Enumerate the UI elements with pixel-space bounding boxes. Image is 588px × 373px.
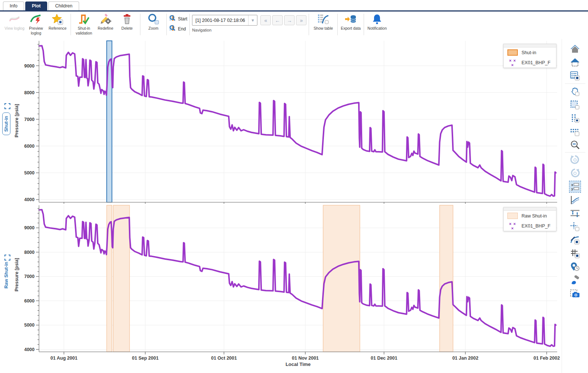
y-axis-title-top: Pressure [psia] [14,104,19,137]
svg-text:5000: 5000 [24,170,35,176]
legend-item-series: × × × EX01_BHP_F [504,221,556,231]
chevron-down-icon[interactable]: ▾ [248,15,257,25]
xy-coordinates-icon[interactable]: xy [569,181,581,192]
view-loglog-icon [9,13,20,26]
svg-text:7000: 7000 [24,117,35,122]
legend-bottom[interactable]: Raw Shut-in × × × EX01_BHP_F [503,207,556,231]
autoscale-home-icon[interactable] [569,57,581,68]
shutin-plot-label[interactable]: Shut-in [2,112,10,135]
preview-loglog-icon [30,13,42,26]
svg-text:01 Nov 2001: 01 Nov 2001 [292,356,319,361]
selected-shutin-value: [1] 2001-08-17 02:18:06 [192,18,248,23]
raw-shutin-plot-label[interactable]: Raw Shut-in [4,262,9,288]
paintbrush-icon[interactable] [569,275,581,286]
vertical-fit-icon[interactable] [569,208,581,219]
show-table-icon [317,13,329,26]
delete-button[interactable]: Delete [116,13,138,31]
svg-text:8000: 8000 [24,90,35,95]
legend-item-shutin: Shut-in [504,48,556,58]
y-range-select-icon[interactable] [569,126,581,137]
reference-icon [52,13,64,26]
home-icon[interactable] [569,43,581,55]
svg-text:x: x [571,183,573,187]
x-range-select-icon[interactable] [569,113,581,124]
zoom-button[interactable]: Zoom [143,13,164,31]
svg-text:01 Sep 2001: 01 Sep 2001 [132,356,159,361]
svg-text:01 Jan 2002: 01 Jan 2002 [452,356,478,361]
tab-strip: Info Plot Children [0,0,588,12]
zoom-start-button[interactable]: Start [169,14,187,23]
pan-icon[interactable] [569,86,581,97]
view-loglog-button[interactable]: View loglog [4,13,25,31]
y-axis-title-bottom: Pressure [psia] [14,258,19,291]
svg-text:6000: 6000 [24,298,35,304]
svg-text:6000: 6000 [24,144,35,149]
tangent-icon[interactable] [569,235,581,246]
svg-text:Local Time: Local Time [286,361,311,367]
snapshot-icon[interactable] [569,288,581,299]
tab-plot[interactable]: Plot [25,1,48,10]
shutin-validation-button[interactable]: Shut-in validation [73,13,95,35]
zoom-end-icon [169,24,176,33]
svg-text:01 Feb 2002: 01 Feb 2002 [533,356,560,361]
preview-loglog-button[interactable]: Preview loglog [25,13,47,35]
tab-info[interactable]: Info [3,1,24,10]
legend-top[interactable]: Shut-in × × × EX01_BHP_F [503,44,556,68]
legend-item-raw-shutin: Raw Shut-in [504,211,556,221]
reference-button[interactable]: Reference [47,13,68,31]
rail-separator [565,152,585,153]
notification-button[interactable]: Notification [366,13,388,31]
zoom-icon [147,13,159,26]
redefine-icon [100,13,111,26]
svg-text:8000: 8000 [24,250,35,255]
pressure-charts[interactable]: 4000500060007000800090004000500060007000… [0,39,562,373]
nav-prev-button[interactable]: ← [272,15,283,25]
raw-shutin-band-swatch [507,213,518,219]
svg-text:01 Oct 2001: 01 Oct 2001 [211,356,237,361]
legend-drag-handle[interactable] [504,207,556,211]
shutin-validation-icon [78,13,90,26]
zoom-end-button[interactable]: End [169,24,187,33]
plot-properties-icon[interactable] [569,70,581,81]
expand-plot-icon[interactable] [4,103,10,111]
redo-zoom-icon[interactable] [569,168,581,179]
legend-item-series: × × × EX01_BHP_F [504,58,556,68]
svg-text:9000: 9000 [24,63,35,69]
rect-zoom-icon[interactable] [569,99,581,111]
tab-children[interactable]: Children [48,1,79,10]
plot-tools-rail: xy [562,39,588,373]
series-marker-glyphs: × × × [507,222,518,230]
plot-workspace: 4000500060007000800090004000500060007000… [0,39,588,373]
zoom-start-icon [169,14,176,23]
redefine-button[interactable]: Redefine [95,13,116,31]
svg-text:4000: 4000 [24,347,35,352]
crosshair-icon[interactable] [569,221,581,232]
notification-icon [371,13,383,26]
navigation-caption: Navigation [192,28,211,32]
nav-first-button[interactable]: « [260,15,271,25]
svg-text:9000: 9000 [24,225,35,230]
svg-text:5000: 5000 [24,323,35,328]
series-marker-glyphs: × × × [507,58,518,67]
svg-text:4000: 4000 [24,197,35,202]
nav-last-button[interactable]: » [296,15,306,25]
svg-text:7000: 7000 [24,274,35,279]
svg-text:01 Aug 2001: 01 Aug 2001 [51,356,78,361]
legend-drag-handle[interactable] [504,44,556,48]
export-data-icon [345,13,357,26]
svg-text:y: y [571,187,573,191]
time-zoom-icon[interactable] [569,261,581,272]
rail-separator [565,84,585,84]
toolbar: View loglog Preview loglog Reference [0,13,588,39]
svg-text:01 Dec 2001: 01 Dec 2001 [371,356,397,361]
normalize-icon[interactable] [569,194,581,206]
show-table-button[interactable]: Show table [311,13,335,31]
zoom-out-icon[interactable] [569,140,581,151]
nav-next-button[interactable]: → [284,15,295,25]
expand-plot-icon[interactable] [4,255,10,262]
shutin-selector-combobox[interactable]: [1] 2001-08-17 02:18:06 ▾ [192,15,257,26]
export-data-button[interactable]: Export data [340,13,361,31]
grid-icon[interactable] [569,248,581,259]
application-window: Info Plot Children View loglog Preview l… [0,0,588,373]
undo-zoom-icon[interactable] [569,154,581,166]
